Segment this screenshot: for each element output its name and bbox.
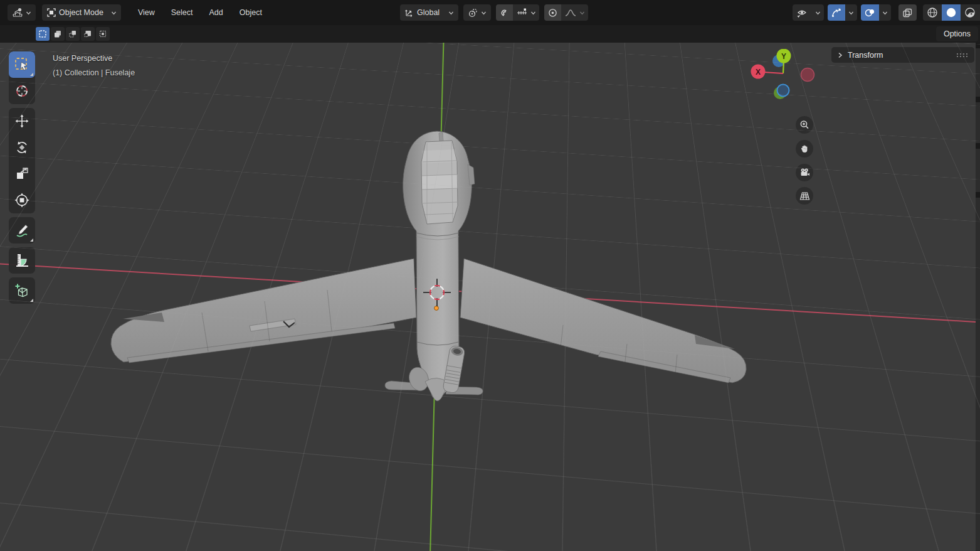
proportional-editing-toggle[interactable]	[544, 4, 561, 21]
shading-solid-button[interactable]	[942, 4, 961, 21]
overlays-icon	[864, 8, 876, 18]
object-mode-icon	[46, 8, 56, 18]
pivot-point-icon	[468, 8, 478, 18]
overlays-chevron[interactable]	[879, 4, 891, 21]
select-box-icon	[14, 56, 30, 73]
measure-icon	[14, 252, 30, 269]
editor-type-button[interactable]	[8, 4, 36, 21]
xray-toggle[interactable]	[898, 4, 917, 21]
transform-panel-header[interactable]: Transform	[831, 47, 974, 63]
topbar: Object Mode View Select Add Object Globa…	[0, 0, 980, 25]
options-button[interactable]: Options	[936, 26, 978, 41]
pan-hand-icon	[799, 144, 809, 154]
ortho-toggle-button[interactable]	[796, 187, 813, 205]
tool-subtools-marker	[30, 299, 33, 302]
axis-x-label: X	[756, 68, 761, 77]
move-icon	[14, 113, 30, 129]
orientation-dropdown[interactable]: Global	[400, 4, 458, 21]
overlays-toggle[interactable]	[861, 4, 879, 21]
orientation-label: Global	[417, 8, 440, 17]
annotate-tool[interactable]	[9, 217, 35, 243]
chevron-down-icon	[111, 10, 117, 16]
shading-wireframe-icon	[926, 6, 939, 19]
shading-wireframe-button[interactable]	[923, 4, 942, 21]
snap-magnet-icon	[499, 8, 510, 18]
show-object-types-chevron[interactable]	[812, 4, 824, 21]
add-cube-tool[interactable]	[9, 277, 35, 304]
mode-label: Object Mode	[59, 8, 103, 17]
menu-add[interactable]: Add	[201, 4, 231, 21]
show-object-types-icon	[796, 8, 809, 18]
drone-model[interactable]	[0, 43, 980, 551]
measure-tool[interactable]	[9, 247, 35, 274]
chevron-down-icon	[815, 10, 821, 16]
chevron-down-icon	[530, 10, 536, 16]
tool-settings-bar: Options	[0, 25, 980, 43]
chevron-down-icon	[26, 10, 31, 16]
move-tool[interactable]	[9, 108, 35, 134]
chevron-down-icon	[448, 10, 454, 16]
select-extend-button[interactable]	[51, 27, 65, 41]
chevron-down-icon	[481, 10, 487, 16]
editor-type-icon	[12, 7, 23, 18]
navigation-gizmo[interactable]: X Y	[743, 49, 825, 115]
gizmos-toggle[interactable]	[828, 4, 845, 21]
menu-object[interactable]: Object	[231, 4, 270, 21]
shading-solid-icon	[945, 6, 957, 19]
zoom-icon	[799, 120, 809, 130]
xray-icon	[902, 8, 914, 18]
camera-view-icon	[799, 168, 810, 178]
pan-button[interactable]	[796, 140, 813, 158]
scale-icon	[14, 166, 30, 182]
chevron-down-icon	[882, 10, 888, 16]
show-object-types-button[interactable]	[793, 4, 812, 21]
active-object-text: (1) Collection | Fuselaje	[53, 66, 135, 80]
chevron-down-icon	[579, 10, 585, 16]
transform-icon	[14, 192, 30, 208]
snap-target-increment-icon	[516, 8, 528, 18]
view-name-text: User Perspective	[53, 51, 135, 66]
gizmos-icon	[831, 8, 842, 18]
cursor-tool-icon	[14, 83, 30, 99]
select-invert-button[interactable]	[81, 27, 95, 41]
zoom-button[interactable]	[796, 116, 813, 134]
snap-target-dropdown[interactable]	[513, 4, 539, 21]
falloff-curve-icon	[564, 8, 577, 18]
pivot-point-dropdown[interactable]	[463, 4, 491, 21]
tool-subtools-marker	[30, 238, 33, 242]
rotate-icon	[14, 139, 30, 156]
left-wing[interactable]	[111, 259, 416, 362]
transform-tool[interactable]	[9, 187, 35, 213]
proportional-editing-icon	[547, 8, 558, 18]
axis-neg-z-ball[interactable]	[777, 85, 789, 97]
transform-orientation-icon	[404, 8, 414, 18]
cursor-tool[interactable]	[9, 78, 35, 104]
add-cube-icon	[14, 282, 30, 299]
right-wing[interactable]	[460, 259, 746, 383]
shading-material-button[interactable]	[961, 4, 979, 21]
annotate-icon	[14, 222, 30, 238]
panel-drag-dots-icon[interactable]	[956, 52, 969, 58]
menu-select[interactable]: Select	[163, 4, 201, 21]
panel-expand-chevron-icon	[837, 52, 843, 58]
scale-tool[interactable]	[9, 161, 35, 187]
select-intersect-button[interactable]	[96, 27, 110, 41]
shading-material-icon	[964, 6, 976, 19]
select-new-button[interactable]	[36, 27, 50, 41]
mode-dropdown[interactable]: Object Mode	[42, 4, 121, 21]
viewport-overlay-text: User Perspective (1) Collection | Fusela…	[53, 51, 135, 80]
select-subtract-button[interactable]	[66, 27, 80, 41]
falloff-dropdown[interactable]	[561, 4, 588, 21]
object-origin-dot	[435, 306, 439, 311]
select-mode-group	[36, 27, 110, 41]
gizmos-chevron[interactable]	[845, 4, 857, 21]
camera-view-button[interactable]	[796, 164, 813, 181]
select-box-tool[interactable]	[9, 51, 35, 78]
tool-subtools-marker	[30, 73, 33, 76]
rotate-tool[interactable]	[9, 134, 35, 161]
region-edge-strip[interactable]	[976, 43, 980, 551]
menu-view[interactable]: View	[130, 4, 163, 21]
axis-neg-x-ball[interactable]	[801, 68, 814, 82]
snap-toggle[interactable]	[496, 4, 513, 21]
viewport-3d[interactable]: User Perspective (1) Collection | Fusela…	[0, 43, 980, 551]
